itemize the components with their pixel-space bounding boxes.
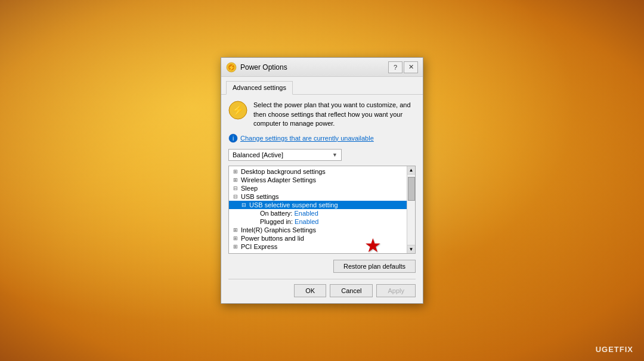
dialog-content: ⚡ Select the power plan that you want to… [221,95,423,303]
apply-button[interactable]: Apply [376,284,416,297]
tree-label-pci: PCI Express [240,243,278,250]
restore-defaults-button[interactable]: Restore plan defaults [333,260,416,273]
expand-icon-power-buttons: ⊞ [231,235,240,241]
tree-item-wireless[interactable]: ⊞ Wireless Adapter Settings [229,176,415,184]
value-plugged-in: Plugged in: Enabled [229,217,415,226]
divider [228,279,416,279]
power-options-icon: ⚡ [226,62,237,73]
tree-item-power-buttons[interactable]: ⊞ Power buttons and lid [229,234,415,242]
svg-text:⚡: ⚡ [231,104,245,117]
tab-bar: Advanced settings [221,77,423,95]
ok-button[interactable]: OK [294,284,326,297]
svg-text:i: i [233,135,234,142]
expand-icon-desktop: ⊞ [231,169,240,175]
tree-label-intel: Intel(R) Graphics Settings [240,226,317,234]
expand-icon-usb: ⊟ [231,194,240,200]
power-plan-icon: ⚡ [228,101,247,120]
expand-icon-wireless: ⊞ [231,177,240,183]
scrollbar-up-button[interactable]: ▲ [407,166,416,175]
link-icon: i [228,133,238,143]
title-bar: ⚡ Power Options ? ✕ [221,58,423,77]
scrollbar-thumb[interactable] [408,177,415,201]
value-on-battery: On battery: Enabled [229,209,415,217]
scrollbar-down-button[interactable]: ▼ [407,245,416,253]
on-battery-label: On battery: [260,210,294,217]
on-battery-value: Enabled [294,210,318,217]
plan-dropdown-row: Balanced [Active] ▼ [228,149,416,161]
tree-label-wireless: Wireless Adapter Settings [240,176,317,183]
title-bar-buttons: ? ✕ [388,61,418,73]
plugged-in-value: Enabled [295,218,318,225]
plugged-in-label: Plugged in: [260,218,295,225]
info-text: Select the power plan that you want to c… [253,101,416,128]
plan-dropdown[interactable]: Balanced [Active] ▼ [228,149,342,161]
link-row: i Change settings that are currently una… [228,133,416,143]
tree-label-sleep: Sleep [240,185,259,192]
tree-label-power-buttons: Power buttons and lid [240,235,305,242]
expand-icon-usb-suspend: ⊟ [240,202,248,208]
close-button[interactable]: ✕ [404,61,418,73]
tree-label-usb: USB settings [240,193,280,200]
tree-label-usb-suspend: USB selective suspend setting [248,201,339,208]
dropdown-arrow-icon: ▼ [332,152,338,158]
info-section: ⚡ Select the power plan that you want to… [228,101,416,128]
watermark: UGETFIX [596,345,633,354]
expand-icon-intel: ⊞ [231,227,240,233]
help-button[interactable]: ? [388,61,402,73]
restore-row: Restore plan defaults [228,260,416,273]
tree-item-usb-suspend[interactable]: ⊟ USB selective suspend setting [229,201,415,209]
tree-item-usb-settings[interactable]: ⊟ USB settings [229,192,415,201]
expand-icon-pci: ⊞ [231,244,240,250]
change-settings-link[interactable]: Change settings that are currently unava… [240,135,374,142]
dialog-title: Power Options [240,63,388,71]
tree-item-pci[interactable]: ⊞ PCI Express [229,242,415,251]
settings-tree: ⊞ Desktop background settings ⊞ Wireless… [228,166,416,254]
svg-text:⚡: ⚡ [228,64,236,71]
tree-label-desktop: Desktop background settings [240,168,327,175]
tree-item-intel[interactable]: ⊞ Intel(R) Graphics Settings [229,226,415,234]
cancel-button[interactable]: Cancel [330,284,373,297]
power-options-dialog: ⚡ Power Options ? ✕ Advanced settings ⚡ … [221,57,423,303]
action-buttons-row: OK Cancel Apply [228,284,416,297]
plan-dropdown-value: Balanced [Active] [233,151,283,158]
tab-advanced-settings[interactable]: Advanced settings [226,81,293,95]
tree-scrollbar[interactable]: ▲ ▼ [407,166,415,253]
tree-scroll[interactable]: ⊞ Desktop background settings ⊞ Wireless… [229,166,415,253]
expand-icon-sleep: ⊟ [231,185,240,191]
tree-item-desktop[interactable]: ⊞ Desktop background settings [229,167,415,176]
tree-item-sleep[interactable]: ⊟ Sleep [229,184,415,192]
